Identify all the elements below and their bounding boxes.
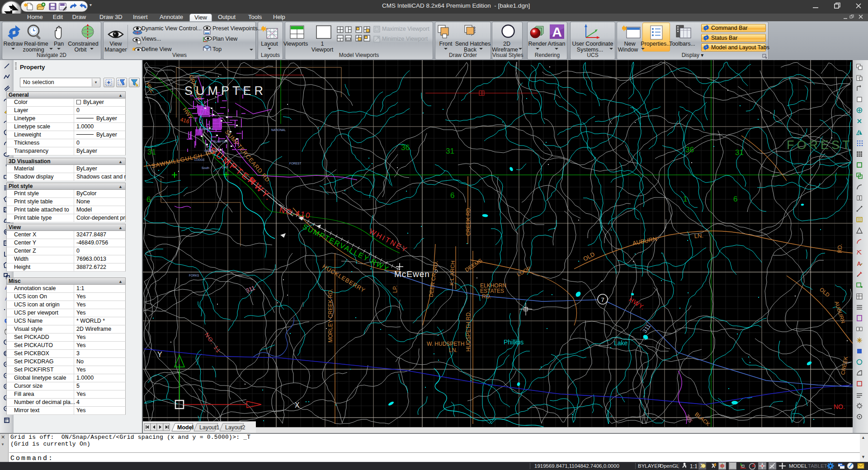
svg-text:31: 31 bbox=[735, 148, 744, 157]
svg-text:FORKS: FORKS bbox=[189, 274, 199, 277]
svg-text:South: South bbox=[202, 166, 209, 169]
svg-text:Lake: Lake bbox=[614, 339, 628, 347]
svg-text:McEwen: McEwen bbox=[394, 269, 430, 279]
svg-text:36: 36 bbox=[685, 146, 694, 154]
svg-text:Phillips: Phillips bbox=[504, 338, 524, 346]
svg-text:NO.: NO. bbox=[834, 403, 845, 410]
svg-text:Model: Model bbox=[177, 424, 193, 431]
svg-text:LN.: LN. bbox=[449, 347, 458, 353]
svg-text:6: 6 bbox=[450, 191, 454, 200]
svg-text:6: 6 bbox=[146, 195, 151, 204]
svg-text:Layout2: Layout2 bbox=[225, 424, 245, 431]
svg-text:LODGE: LODGE bbox=[194, 158, 205, 161]
svg-text:W. HUDSPETH: W. HUDSPETH bbox=[427, 341, 464, 347]
svg-text:A: A bbox=[552, 24, 562, 39]
svg-text:LN.: LN. bbox=[694, 232, 703, 240]
svg-text:FOREST: FOREST bbox=[787, 138, 853, 152]
svg-text:7: 7 bbox=[601, 296, 604, 303]
svg-text:MORLEY CREEK RD.: MORLEY CREEK RD. bbox=[327, 289, 334, 343]
svg-text:31: 31 bbox=[147, 148, 156, 156]
svg-text:SALLING: SALLING bbox=[236, 88, 248, 91]
svg-text:6: 6 bbox=[733, 195, 737, 203]
svg-text:Layout1: Layout1 bbox=[199, 424, 220, 431]
svg-text:Y: Y bbox=[157, 351, 162, 358]
svg-text:FOREST: FOREST bbox=[289, 162, 301, 165]
svg-text:HUDSPETH RD.: HUDSPETH RD. bbox=[465, 311, 472, 352]
svg-text:31: 31 bbox=[446, 147, 454, 155]
svg-text:GRANITE: GRANITE bbox=[204, 149, 218, 152]
svg-text:LP.: LP. bbox=[392, 286, 398, 293]
svg-text:BONANZA: BONANZA bbox=[199, 127, 213, 131]
svg-text:RD.: RD. bbox=[837, 244, 843, 253]
svg-text:1: 1 bbox=[683, 195, 687, 203]
svg-text:Quot: Quot bbox=[222, 165, 228, 169]
svg-text:CREEK RD.: CREEK RD. bbox=[465, 207, 472, 236]
svg-text:RD.: RD. bbox=[482, 293, 491, 300]
svg-text:X: X bbox=[295, 401, 300, 409]
svg-text:SUMPTER: SUMPTER bbox=[213, 140, 228, 143]
svg-text:36: 36 bbox=[401, 143, 410, 152]
svg-text:K.L.ARCH: K.L.ARCH bbox=[448, 260, 456, 286]
svg-text:A: A bbox=[857, 261, 861, 267]
svg-text:NATIONAL: NATIONAL bbox=[271, 128, 286, 132]
